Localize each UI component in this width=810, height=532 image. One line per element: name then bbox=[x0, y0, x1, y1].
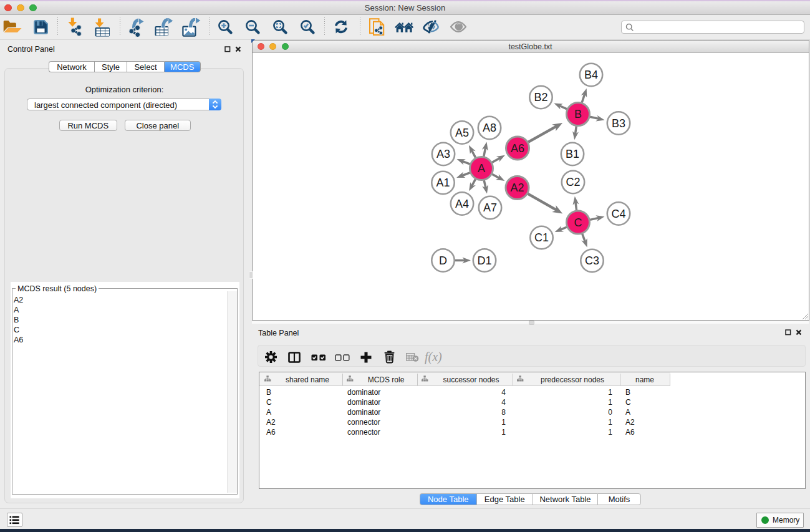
svg-text:D: D bbox=[439, 254, 447, 267]
svg-text:A1: A1 bbox=[436, 177, 450, 189]
svg-text:A5: A5 bbox=[455, 127, 469, 139]
svg-text:B3: B3 bbox=[612, 117, 625, 130]
svg-text:C: C bbox=[574, 216, 582, 229]
svg-text:B1: B1 bbox=[566, 148, 579, 160]
svg-text:A4: A4 bbox=[455, 198, 469, 210]
svg-text:A: A bbox=[478, 162, 485, 175]
svg-text:C3: C3 bbox=[585, 254, 599, 267]
svg-text:A3: A3 bbox=[436, 148, 450, 160]
svg-text:C2: C2 bbox=[566, 176, 580, 188]
svg-text:B4: B4 bbox=[584, 69, 598, 81]
svg-text:C4: C4 bbox=[611, 208, 625, 220]
svg-text:A6: A6 bbox=[511, 142, 524, 155]
svg-text:B2: B2 bbox=[534, 91, 547, 104]
svg-text:A8: A8 bbox=[483, 122, 496, 134]
svg-text:A7: A7 bbox=[483, 201, 497, 214]
svg-text:B: B bbox=[574, 108, 582, 120]
svg-text:A2: A2 bbox=[510, 181, 524, 194]
svg-text:D1: D1 bbox=[477, 254, 491, 267]
svg-text:C1: C1 bbox=[534, 231, 549, 244]
